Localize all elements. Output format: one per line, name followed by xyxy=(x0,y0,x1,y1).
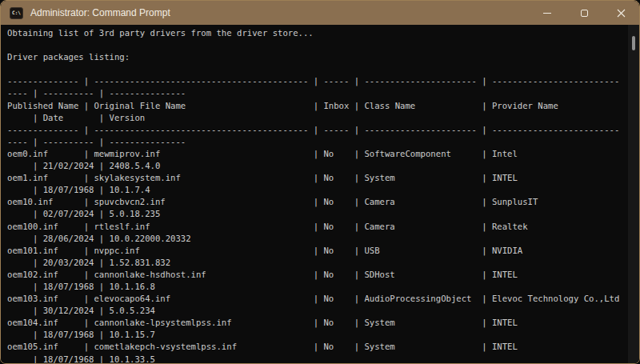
console-line: | 18/07/1968 | 10.1.16.8 xyxy=(7,281,626,293)
console-line: oem0.inf | mewmiprov.inf | No | Software… xyxy=(7,148,626,160)
console-line: ---- | ---------- | --------------- xyxy=(7,87,626,99)
command-prompt-window: C:\ Administrator: Command Prompt Obtain… xyxy=(0,0,640,364)
cmd-icon: C:\ xyxy=(10,7,23,19)
console-line: oem103.inf | elevocapo64.inf | No | Audi… xyxy=(7,293,626,305)
console-line: -------------- | -----------------------… xyxy=(7,124,626,136)
console-output: Obtaining list of 3rd party drivers from… xyxy=(7,27,626,363)
console-line: | 21/02/2024 | 2408.5.4.0 xyxy=(7,160,626,172)
console-line xyxy=(7,63,626,75)
console-line: | 20/03/2024 | 1.52.831.832 xyxy=(7,257,626,269)
maximize-icon xyxy=(581,10,588,17)
console-line: oem101.inf | nvppc.inf | No | USB | NVID… xyxy=(7,245,626,257)
console-line: oem1.inf | skylakesystem.inf | No | Syst… xyxy=(7,172,626,184)
minimize-icon xyxy=(543,13,551,14)
minimize-button[interactable] xyxy=(529,1,566,25)
console-line: | 18/07/1968 | 10.1.7.4 xyxy=(7,184,626,196)
console-line: oem105.inf | cometlakepch-vsystemlpss.in… xyxy=(7,341,626,353)
scrollbar[interactable] xyxy=(628,25,639,363)
console-line: oem100.inf | rtleslf.inf | No | Camera |… xyxy=(7,221,626,233)
console-viewport[interactable]: Obtaining list of 3rd party drivers from… xyxy=(1,25,639,363)
console-line: | 18/07/1968 | 10.1.33.5 xyxy=(7,354,626,363)
maximize-button[interactable] xyxy=(566,1,602,25)
console-line: oem104.inf | cannonlake-lpsystemlpss.inf… xyxy=(7,317,626,329)
console-line: ---- | ---------- | --------------- xyxy=(7,136,626,148)
console-line: | 18/07/1968 | 10.1.15.7 xyxy=(7,329,626,341)
console-line: Driver packages listing: xyxy=(7,51,626,63)
console-line: -------------- | -----------------------… xyxy=(7,75,626,87)
titlebar[interactable]: C:\ Administrator: Command Prompt xyxy=(1,1,639,25)
console-line: oem102.inf | cannonlake-hsdhost.inf | No… xyxy=(7,269,626,281)
console-line: | 30/12/2024 | 5.0.5.234 xyxy=(7,305,626,317)
scrollbar-thumb[interactable] xyxy=(632,36,635,50)
console-line: Obtaining list of 3rd party drivers from… xyxy=(7,27,626,39)
window-title: Administrator: Command Prompt xyxy=(30,7,170,18)
console-line: | Date | Version xyxy=(7,112,626,124)
console-line: oem10.inf | spuvcbvcn2.inf | No | Camera… xyxy=(7,196,626,208)
console-line: | 28/06/2024 | 10.0.22000.20332 xyxy=(7,233,626,245)
close-icon xyxy=(617,9,626,18)
console-line: Published Name | Original File Name | In… xyxy=(7,100,626,112)
console-line xyxy=(7,39,626,51)
close-button[interactable] xyxy=(602,1,639,25)
window-controls xyxy=(529,1,639,25)
console-line: | 02/07/2024 | 5.0.18.235 xyxy=(7,208,626,220)
